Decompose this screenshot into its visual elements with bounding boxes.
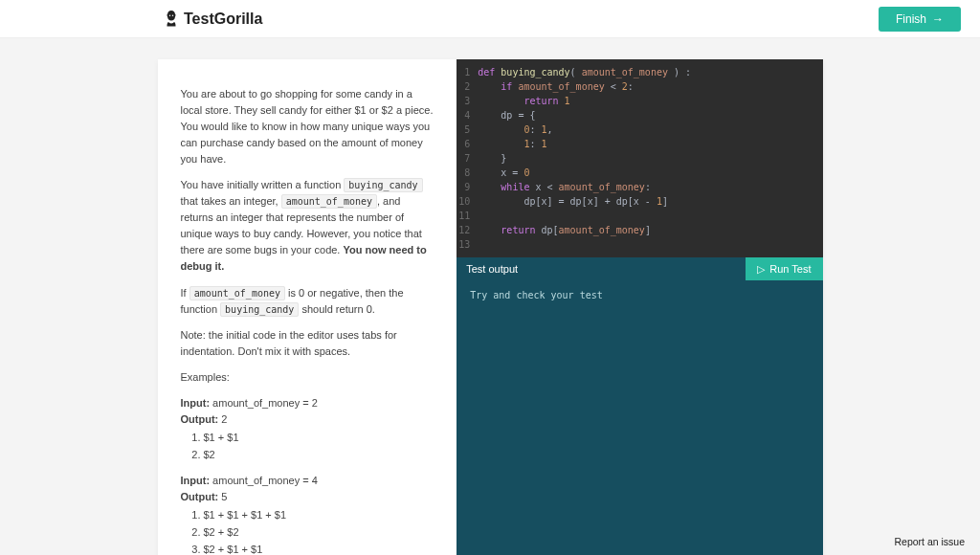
t: You have initially written a function xyxy=(181,179,345,190)
line-number: 5 xyxy=(457,122,478,137)
line-number: 6 xyxy=(457,137,478,151)
main-card: You are about to go shopping for some ca… xyxy=(158,59,823,555)
code-line: 5 0: 1, xyxy=(457,122,822,137)
input-val: amount_of_money = 4 xyxy=(210,475,318,486)
list-item: $2 + $1 + $1 xyxy=(204,542,434,555)
line-number: 3 xyxy=(457,94,478,108)
code-fn: buying_candy xyxy=(220,302,299,317)
code-line: 1def buying_candy( amount_of_money ) : xyxy=(457,65,822,79)
t: If xyxy=(181,287,189,299)
report-issue-link[interactable]: Report an issue xyxy=(894,536,965,547)
ex2-io: Input: amount_of_money = 4 Output: 5 xyxy=(181,473,434,505)
test-bar: Test output ▷ Run Test xyxy=(457,257,822,280)
list-item: $2 xyxy=(204,447,434,463)
line-number: 2 xyxy=(457,79,478,94)
gorilla-icon xyxy=(163,9,180,30)
ex1-io: Input: amount_of_money = 2 Output: 2 xyxy=(181,395,434,428)
line-number: 11 xyxy=(457,209,478,223)
code-line: 8 x = 0 xyxy=(457,166,822,180)
input-val: amount_of_money = 2 xyxy=(210,397,318,409)
line-number: 9 xyxy=(457,180,478,194)
problem-panel: You are about to go shopping for some ca… xyxy=(158,59,457,555)
list-item: $1 + $1 xyxy=(204,430,434,446)
code-line: 11 xyxy=(457,209,822,223)
code-line: 6 1: 1 xyxy=(457,137,822,151)
ex2-list: $1 + $1 + $1 + $1$2 + $2$2 + $1 + $1$1 +… xyxy=(181,507,434,555)
code-line: 3 return 1 xyxy=(457,94,822,108)
run-label: Run Test xyxy=(769,263,811,275)
finish-label: Finish xyxy=(896,12,926,26)
top-bar: TestGorilla Finish → xyxy=(0,0,980,38)
code-param: amount_of_money xyxy=(189,286,285,300)
logo-text: TestGorilla xyxy=(184,11,262,28)
code-line: 10 dp[x] = dp[x] + dp[x - 1] xyxy=(457,194,822,209)
code-param: amount_of_money xyxy=(281,194,377,209)
input-label: Input: xyxy=(181,397,211,409)
run-test-button[interactable]: ▷ Run Test xyxy=(746,257,822,280)
t: should return 0. xyxy=(299,303,375,315)
list-item: $1 + $1 + $1 + $1 xyxy=(204,507,434,523)
output-label: Output: xyxy=(181,491,219,502)
code-line: 2 if amount_of_money < 2: xyxy=(457,79,822,94)
test-output-label: Test output xyxy=(466,263,518,275)
line-number: 8 xyxy=(457,166,478,180)
t: that takes an integer, xyxy=(181,195,281,207)
code-line: 13 xyxy=(457,237,822,252)
output-label: Output: xyxy=(181,413,219,425)
test-output-panel: Try and check your test xyxy=(457,280,822,555)
line-number: 10 xyxy=(457,194,478,209)
code-line: 12 return dp[amount_of_money] xyxy=(457,223,822,237)
logo: TestGorilla xyxy=(163,9,262,30)
code-line: 4 dp = { xyxy=(457,108,822,122)
para-3: If amount_of_money is 0 or negative, the… xyxy=(181,285,434,318)
code-panel: 1def buying_candy( amount_of_money ) :2 … xyxy=(457,59,822,555)
list-item: $2 + $2 xyxy=(204,524,434,541)
test-output-text: Try and check your test xyxy=(470,290,602,300)
line-number: 4 xyxy=(457,108,478,122)
line-number: 12 xyxy=(457,223,478,237)
line-number: 7 xyxy=(457,151,478,166)
line-number: 13 xyxy=(457,237,478,252)
code-editor[interactable]: 1def buying_candy( amount_of_money ) :2 … xyxy=(457,59,822,257)
output-val: 2 xyxy=(218,413,227,425)
ex1-list: $1 + $1$2 xyxy=(181,430,434,463)
code-fn: buying_candy xyxy=(344,178,422,192)
input-label: Input: xyxy=(181,475,211,486)
arrow-right-icon: → xyxy=(932,12,944,26)
para-2: You have initially written a function bu… xyxy=(181,177,434,275)
examples-label: Examples: xyxy=(181,369,434,386)
finish-button[interactable]: Finish → xyxy=(879,7,961,32)
line-number: 1 xyxy=(457,65,478,79)
note-paragraph: Note: the initial code in the editor use… xyxy=(181,327,434,360)
code-line: 9 while x < amount_of_money: xyxy=(457,180,822,194)
play-icon: ▷ xyxy=(757,263,765,276)
code-line: 7 } xyxy=(457,151,822,166)
output-val: 5 xyxy=(218,491,227,502)
intro-paragraph: You are about to go shopping for some ca… xyxy=(181,86,434,167)
